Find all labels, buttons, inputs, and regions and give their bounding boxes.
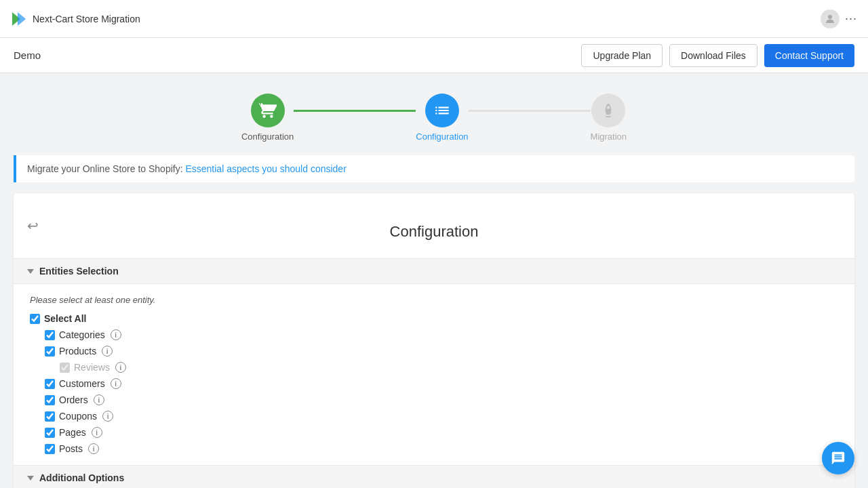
action-buttons: Upgrade Plan Download Files Contact Supp… bbox=[581, 44, 854, 67]
configuration-card: ↩ Configuration Entities Selection Pleas… bbox=[14, 193, 854, 488]
list-icon bbox=[433, 102, 451, 119]
contact-support-button[interactable]: Contact Support bbox=[764, 44, 854, 67]
rocket-icon bbox=[599, 102, 617, 119]
customers-checkbox[interactable] bbox=[45, 379, 55, 389]
topbar-right-icons: ··· bbox=[821, 9, 857, 28]
customers-label: Customers bbox=[59, 378, 105, 389]
pages-info-icon[interactable]: i bbox=[92, 427, 102, 438]
categories-info-icon[interactable]: i bbox=[111, 329, 121, 340]
products-checkbox[interactable] bbox=[45, 346, 55, 357]
demo-label: Demo bbox=[14, 49, 41, 61]
coupons-label: Coupons bbox=[59, 411, 97, 422]
back-button[interactable]: ↩ bbox=[27, 218, 39, 234]
select-all-label: Select All bbox=[44, 313, 87, 324]
demo-bar: Demo Upgrade Plan Download Files Contact… bbox=[0, 38, 868, 73]
entities-hint: Please select at least one entity. bbox=[30, 295, 838, 305]
coupons-info-icon[interactable]: i bbox=[102, 411, 113, 422]
posts-checkbox[interactable] bbox=[45, 444, 55, 454]
main-content: Configuration Configuration Migration Mi… bbox=[0, 73, 868, 488]
connector-2 bbox=[469, 110, 591, 112]
entity-categories: Categories i bbox=[45, 329, 838, 340]
entities-checkbox-group: Select All Categories i Products i bbox=[30, 313, 838, 454]
entity-coupons: Coupons i bbox=[45, 411, 838, 422]
select-all-checkbox[interactable] bbox=[30, 314, 40, 324]
user-avatar[interactable] bbox=[821, 9, 840, 28]
additional-section-label: Additional Options bbox=[39, 472, 124, 483]
logo-icon bbox=[11, 11, 27, 27]
step-migration-circle bbox=[591, 94, 625, 127]
step-configuration: Configuration bbox=[416, 94, 468, 142]
entity-pages: Pages i bbox=[45, 427, 838, 438]
info-banner: Migrate your Online Store to Shopify: Es… bbox=[14, 155, 854, 182]
entity-orders: Orders i bbox=[45, 394, 838, 405]
config-title-row: ↩ Configuration bbox=[14, 193, 854, 258]
entity-customers: Customers i bbox=[45, 378, 838, 389]
upgrade-plan-button[interactable]: Upgrade Plan bbox=[581, 44, 663, 67]
chat-support-bubble[interactable] bbox=[822, 442, 854, 474]
entity-posts: Posts i bbox=[45, 443, 838, 454]
app-logo: Next-Cart Store Migration bbox=[11, 11, 140, 27]
pages-checkbox[interactable] bbox=[45, 428, 55, 438]
stepper: Configuration Configuration Migration bbox=[14, 94, 854, 142]
entities-section-label: Entities Selection bbox=[39, 266, 119, 277]
step-setup: Configuration bbox=[241, 94, 294, 142]
categories-label: Categories bbox=[59, 329, 105, 340]
svg-point-2 bbox=[828, 15, 832, 19]
reviews-checkbox bbox=[60, 363, 70, 373]
orders-checkbox[interactable] bbox=[45, 395, 55, 405]
topbar: Next-Cart Store Migration ··· bbox=[0, 0, 868, 38]
step-configuration-label: Configuration bbox=[416, 131, 468, 142]
step-configuration-circle bbox=[425, 94, 459, 127]
categories-checkbox[interactable] bbox=[45, 330, 55, 340]
posts-label: Posts bbox=[59, 443, 83, 454]
step-migration: Migration bbox=[591, 94, 627, 142]
orders-label: Orders bbox=[59, 394, 88, 405]
coupons-checkbox[interactable] bbox=[45, 411, 55, 422]
posts-info-icon[interactable]: i bbox=[88, 443, 99, 454]
cart-icon bbox=[259, 102, 277, 119]
products-label: Products bbox=[59, 346, 96, 357]
app-title: Next-Cart Store Migration bbox=[33, 14, 140, 24]
step-setup-circle bbox=[251, 94, 285, 127]
more-options-icon[interactable]: ··· bbox=[845, 12, 857, 26]
info-banner-link[interactable]: Essential aspects you should consider bbox=[185, 163, 346, 174]
download-files-button[interactable]: Download Files bbox=[669, 44, 757, 67]
config-title: Configuration bbox=[14, 207, 854, 251]
collapse-entities-icon[interactable] bbox=[27, 269, 34, 274]
entity-select-all: Select All bbox=[30, 313, 838, 324]
customers-info-icon[interactable]: i bbox=[111, 378, 121, 389]
svg-marker-1 bbox=[18, 12, 26, 26]
entity-products: Products i bbox=[45, 346, 838, 357]
info-banner-text: Migrate your Online Store to Shopify: bbox=[27, 163, 185, 174]
step-setup-label: Configuration bbox=[241, 131, 294, 142]
pages-label: Pages bbox=[59, 427, 86, 438]
additional-section-header: Additional Options bbox=[14, 465, 854, 488]
reviews-label: Reviews bbox=[74, 362, 110, 373]
step-migration-label: Migration bbox=[591, 131, 627, 142]
collapse-additional-icon[interactable] bbox=[27, 476, 34, 481]
reviews-info-icon[interactable]: i bbox=[115, 362, 126, 373]
chat-icon bbox=[831, 451, 846, 466]
entities-section-header: Entities Selection bbox=[14, 258, 854, 284]
orders-info-icon[interactable]: i bbox=[94, 394, 104, 405]
entity-reviews: Reviews i bbox=[60, 362, 838, 373]
products-info-icon[interactable]: i bbox=[102, 346, 113, 357]
entities-section-content: Please select at least one entity. Selec… bbox=[14, 284, 854, 465]
connector-1 bbox=[294, 110, 416, 112]
